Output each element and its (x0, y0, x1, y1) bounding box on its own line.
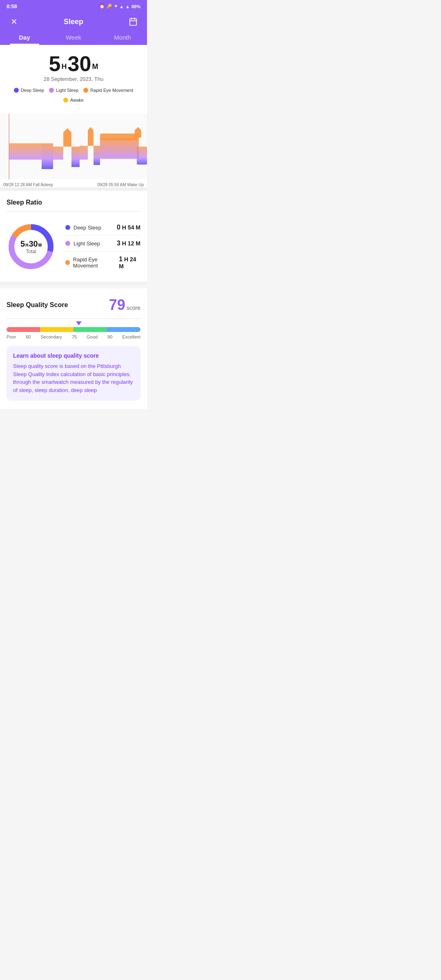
time: 8:58 (7, 3, 17, 9)
sleep-ratio-title: Sleep Ratio (7, 199, 140, 206)
signal-icon: ▲ (125, 4, 130, 9)
ratio-content: 5 H 30 M Total Deep Sleep 0 H 54 M (7, 220, 140, 274)
deep-sleep-dot (14, 88, 19, 93)
wake-up-time: 09/28 05:58 AM Wake Up (97, 183, 144, 187)
svg-rect-10 (100, 134, 139, 140)
label-60: 60 (26, 334, 31, 339)
alarm-icon: ⏰ (99, 4, 105, 9)
learn-card-title: Learn about sleep quality score (13, 352, 134, 359)
tab-month[interactable]: Month (98, 29, 147, 45)
quality-section: Sleep Quality Score 79 score Poor 60 Sec… (0, 288, 147, 409)
legend-deep-sleep: Deep Sleep (14, 88, 45, 93)
ratio-label-deep: Deep Sleep (65, 225, 101, 231)
key-icon: 🔑 (107, 4, 112, 9)
tab-day[interactable]: Day (0, 29, 49, 45)
bluetooth-icon: ✦ (114, 4, 118, 9)
sleep-hours: 5 (49, 53, 61, 74)
donut-h-label: H (25, 243, 28, 247)
light-label: Light Sleep (74, 241, 100, 247)
label-75: 75 (72, 334, 77, 339)
calendar-icon (129, 17, 138, 26)
label-good: Good (87, 334, 98, 339)
ratio-label-rem: Rapid Eye Movement (65, 256, 119, 269)
ratio-row-deep: Deep Sleep 0 H 54 M (65, 220, 140, 236)
score-indicator (76, 321, 82, 325)
score-bar-wrapper: Poor 60 Secondary 75 Good 90 Excellent (7, 327, 140, 339)
fall-asleep-time: 09/28 12:28 AM Fall Asleep (3, 183, 53, 187)
svg-rect-9 (100, 138, 139, 159)
score-triangle (76, 321, 82, 325)
score-bar (7, 327, 140, 332)
svg-rect-6 (9, 143, 42, 160)
close-button[interactable]: ✕ (7, 14, 21, 29)
sleep-chart: 09/28 12:28 AM Fall Asleep 09/28 05:58 A… (0, 114, 147, 187)
bar-secondary (40, 327, 74, 332)
awake-dot (63, 98, 68, 102)
svg-rect-8 (80, 146, 88, 160)
light-value: 3 H 12 M (117, 240, 140, 247)
svg-rect-11 (137, 147, 147, 165)
status-icons: ⏰ 🔑 ✦ ▲ ▲ 88% (99, 4, 140, 9)
rem-value: 1 H 24 M (119, 256, 140, 270)
learn-card[interactable]: Learn about sleep quality score Sleep qu… (7, 346, 140, 401)
sleep-date: 28 September, 2023, Thu (7, 76, 140, 82)
header: ✕ Sleep (0, 11, 147, 29)
sleep-legend: Deep Sleep Light Sleep Rapid Eye Movemen… (7, 88, 140, 102)
wifi-icon: ▲ (119, 4, 124, 9)
quality-header: Sleep Quality Score 79 score (7, 296, 140, 314)
quality-score-badge: 79 score (109, 296, 140, 314)
bar-good (74, 327, 107, 332)
status-bar: 8:58 ⏰ 🔑 ✦ ▲ ▲ 88% (0, 0, 147, 11)
calendar-button[interactable] (126, 14, 140, 29)
deep-label: Deep Sleep (74, 225, 101, 231)
bar-excellent (107, 327, 140, 332)
light-dot (65, 241, 70, 246)
rem-ratio-dot (65, 260, 70, 265)
sleep-h-label: H (62, 62, 67, 71)
divider-ratio (7, 211, 140, 212)
ratio-row-rem: Rapid Eye Movement 1 H 24 M (65, 252, 140, 274)
separator-1 (0, 187, 147, 191)
tab-week[interactable]: Week (49, 29, 98, 45)
sleep-time-section: 5 H 30 M 28 September, 2023, Thu Deep Sl… (0, 45, 147, 114)
rem-dot (83, 88, 88, 93)
score-labels: Poor 60 Secondary 75 Good 90 Excellent (7, 334, 140, 339)
svg-rect-0 (130, 19, 137, 25)
ratio-label-light: Light Sleep (65, 241, 100, 247)
page-title: Sleep (21, 18, 126, 26)
sleep-minutes: 30 (68, 53, 91, 74)
rem-ratio-label: Rapid Eye Movement (73, 256, 119, 269)
quality-score-number: 79 (109, 296, 125, 314)
svg-rect-7 (53, 147, 63, 160)
awake-label: Awake (70, 98, 84, 102)
label-90: 90 (107, 334, 112, 339)
donut-total-label: Total (20, 249, 42, 254)
learn-card-text: Sleep quality score is based on the Pitt… (13, 362, 134, 394)
sleep-timestamps: 09/28 12:28 AM Fall Asleep 09/28 05:58 A… (0, 181, 147, 187)
legend-awake: Awake (63, 98, 84, 102)
light-sleep-dot (49, 88, 54, 93)
ratio-stats: Deep Sleep 0 H 54 M Light Sleep 3 H 12 (65, 220, 140, 274)
deep-value: 0 H 54 M (117, 224, 140, 231)
donut-hours: 5 (20, 239, 25, 249)
quality-title: Sleep Quality Score (7, 301, 68, 309)
donut-center: 5 H 30 M Total (20, 239, 42, 254)
sleep-duration: 5 H 30 M (7, 53, 140, 74)
legend-rem: Rapid Eye Movement (83, 88, 133, 93)
donut-mins: 30 (29, 239, 38, 249)
ratio-row-light: Light Sleep 3 H 12 M (65, 236, 140, 252)
tab-bar: Day Week Month (0, 29, 147, 45)
legend-light-sleep: Light Sleep (49, 88, 78, 93)
light-sleep-label: Light Sleep (56, 88, 78, 93)
label-secondary: Secondary (40, 334, 62, 339)
sleep-m-label: M (92, 62, 98, 71)
deep-dot (65, 225, 70, 230)
battery: 88% (131, 4, 140, 9)
sleep-chart-svg (0, 114, 147, 179)
quality-score-label: score (127, 305, 140, 311)
bar-poor (7, 327, 40, 332)
separator-2 (0, 282, 147, 285)
label-excellent: Excellent (122, 334, 140, 339)
donut-chart: 5 H 30 M Total (7, 222, 56, 271)
deep-sleep-label: Deep Sleep (21, 88, 45, 93)
